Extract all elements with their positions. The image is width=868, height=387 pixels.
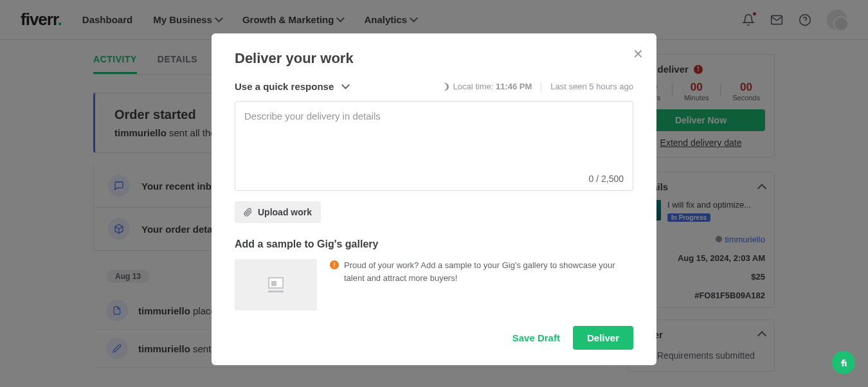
description-input[interactable]	[244, 111, 624, 175]
save-draft-button[interactable]: Save Draft	[512, 332, 560, 343]
last-seen: Last seen 5 hours ago	[550, 82, 633, 91]
upload-work-button[interactable]: Upload work	[235, 201, 321, 223]
modal-title: Deliver your work	[235, 50, 633, 67]
close-icon[interactable]: ✕	[633, 48, 644, 60]
local-time: Local time: 11:46 PM	[453, 82, 532, 91]
modal-overlay: ✕ Deliver your work Use a quick response…	[0, 0, 868, 387]
paperclip-icon	[244, 208, 253, 217]
chevron-down-icon	[341, 81, 350, 89]
deliver-button[interactable]: Deliver	[573, 326, 633, 350]
moon-icon	[441, 83, 449, 91]
info-icon: !	[330, 260, 339, 269]
deliver-modal: ✕ Deliver your work Use a quick response…	[212, 33, 656, 365]
sample-placeholder[interactable]	[235, 259, 317, 310]
fiverr-fab[interactable]	[832, 351, 855, 374]
quick-response-dropdown[interactable]: Use a quick response	[235, 81, 348, 92]
sample-title: Add a sample to Gig's gallery	[235, 239, 633, 250]
char-count: 0 / 2,500	[589, 174, 624, 184]
sample-text: Proud of your work? Add a sample to your…	[344, 259, 633, 310]
description-box: 0 / 2,500	[235, 101, 633, 191]
